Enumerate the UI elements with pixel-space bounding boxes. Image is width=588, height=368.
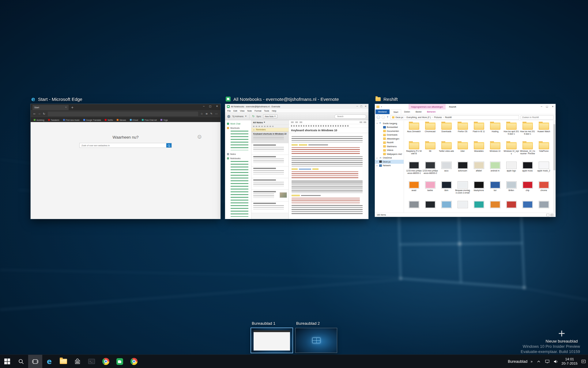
- taskbar-edge-button[interactable]: e: [42, 355, 56, 368]
- menu-item[interactable]: File: [227, 110, 231, 112]
- note-card-selected[interactable]: Keyboard shortcuts in Windows 10: [251, 132, 288, 143]
- file-item[interactable]: Flash in IE 11: [471, 122, 487, 141]
- tray-expand-chevron[interactable]: »: [530, 359, 533, 364]
- expand-arrow-icon[interactable]: ▸: [376, 161, 378, 163]
- note-card[interactable]: [251, 167, 288, 178]
- taskbar-chrome-2-button[interactable]: [127, 355, 141, 368]
- explorer-search-input[interactable]: [521, 115, 554, 120]
- menu-item[interactable]: Note: [247, 110, 252, 112]
- file-item[interactable]: Bespaar-montage-cover-2-email: [454, 181, 471, 200]
- desktop-1-thumbnail[interactable]: [251, 328, 292, 353]
- sidebar-section-notebooks[interactable]: Notebooks: [225, 156, 251, 160]
- tray-desktop-toolbar-label[interactable]: Bureaublad: [508, 359, 527, 364]
- file-item[interactable]: [406, 200, 422, 213]
- file-item[interactable]: YotaPhone: [536, 141, 552, 161]
- maximize-icon[interactable]: [546, 105, 548, 108]
- display-tray-icon[interactable]: [545, 357, 550, 366]
- file-item[interactable]: Windows 10: [487, 141, 503, 161]
- menu-item[interactable]: Format: [254, 110, 261, 112]
- file-item[interactable]: Windows_10_Consumer_Preview_screenshots: [519, 141, 536, 161]
- info-placeholder[interactable]: [364, 121, 366, 123]
- file-item[interactable]: 1215-mwc-philips-woox-bt6000-2: [422, 161, 438, 181]
- back-icon[interactable]: [33, 113, 36, 115]
- tag-placeholder[interactable]: [295, 121, 298, 123]
- hidden-icons-button[interactable]: [536, 357, 541, 366]
- file-item[interactable]: Twitter video-ads: [438, 141, 454, 161]
- nav-tree-item[interactable]: Downloads: [375, 133, 404, 137]
- note-content[interactable]: [289, 133, 368, 218]
- ribbon-tab[interactable]: Beeld: [413, 109, 424, 114]
- note-title[interactable]: Keyboard shortcuts in Windows 10: [289, 128, 368, 133]
- share-placeholder[interactable]: [360, 121, 362, 123]
- expand-arrow-icon[interactable]: ▾: [376, 122, 378, 124]
- search-button[interactable]: [166, 143, 172, 148]
- favorite-item[interactable]: Yoga: [160, 119, 168, 121]
- nav-tree-item[interactable]: Afbeeldingen: [375, 137, 404, 141]
- minimize-icon[interactable]: [541, 105, 542, 108]
- edge-tab-start[interactable]: Start: [32, 105, 69, 110]
- nav-tree-item[interactable]: Videos: [375, 148, 404, 152]
- taskbar-store-button[interactable]: [70, 355, 85, 368]
- scrollbar[interactable]: [553, 121, 556, 213]
- maximize-icon[interactable]: [209, 105, 212, 108]
- evernote-note-editor[interactable]: Keyboard shortcuts in Windows 10: [289, 120, 368, 219]
- search-button[interactable]: [14, 355, 28, 368]
- desktop-2-thumbnail[interactable]: [296, 328, 337, 353]
- start-button[interactable]: [0, 355, 14, 368]
- tab-close-icon[interactable]: [65, 106, 67, 109]
- evernote-search-input[interactable]: [334, 114, 366, 119]
- file-item[interactable]: Hosting: [487, 122, 503, 141]
- nav-tree-item[interactable]: Startmenu: [375, 144, 404, 148]
- breadcrumb-item[interactable]: Everything, and More (F:): [407, 116, 434, 118]
- nav-tree-item[interactable]: ▸ Deze pc: [375, 160, 404, 164]
- evernote-window-thumbnail[interactable]: All Notebooks - evernote@tijshofmans.nl …: [225, 104, 368, 219]
- file-item[interactable]: actioncam: [454, 161, 471, 181]
- close-icon[interactable]: [216, 105, 218, 108]
- sync-icon[interactable]: [252, 115, 255, 118]
- file-item[interactable]: S6: [422, 141, 438, 161]
- note-list-header[interactable]: All Notes: [251, 120, 288, 125]
- action-center-button[interactable]: [581, 357, 586, 366]
- favorite-item[interactable]: Flow Chat.net: [142, 119, 157, 121]
- file-item[interactable]: Brillen: [503, 181, 519, 200]
- file-item[interactable]: [438, 200, 454, 213]
- file-item[interactable]: accu: [438, 161, 454, 181]
- edge-window-thumbnail[interactable]: Start Autoblog: [31, 104, 221, 219]
- ribbon-tab[interactable]: Delen: [401, 109, 413, 114]
- nav-tree-item[interactable]: ▸ Netwerk: [375, 164, 404, 168]
- details-view-icon[interactable]: [546, 214, 549, 216]
- file-item[interactable]: [503, 200, 519, 213]
- taskbar-chrome-button[interactable]: [99, 355, 113, 368]
- favorite-item[interactable]: Netflix: [105, 119, 113, 121]
- file-item[interactable]: [422, 200, 438, 213]
- note-card[interactable]: [251, 201, 288, 213]
- file-item[interactable]: avast: [406, 181, 422, 200]
- file-item[interactable]: How tos april 2015 deel 1: [503, 122, 519, 141]
- forward-icon[interactable]: [38, 113, 41, 115]
- file-item[interactable]: [487, 200, 503, 213]
- web-note-icon[interactable]: [210, 113, 213, 115]
- taskbar-evernote-button[interactable]: [113, 355, 127, 368]
- volume-tray-icon[interactable]: [553, 357, 559, 366]
- file-item[interactable]: alfabet: [471, 161, 487, 181]
- favorite-item[interactable]: Google Translate: [83, 119, 101, 121]
- taskbar-console-button[interactable]: [85, 355, 99, 368]
- breadcrumb[interactable]: Deze pcEverything, and More (F:)Pictures…: [390, 115, 519, 120]
- menu-item[interactable]: Tools: [264, 110, 269, 112]
- nav-tree-item[interactable]: ▸ OneDrive: [375, 156, 404, 160]
- up-icon[interactable]: [386, 116, 389, 119]
- ribbon-tab[interactable]: Beheren: [424, 109, 438, 114]
- file-item[interactable]: Windows 10_reply: [503, 141, 519, 161]
- search-input[interactable]: [80, 143, 166, 148]
- notebook-selector-placeholder[interactable]: [291, 121, 294, 123]
- qat-dropdown-icon[interactable]: [381, 106, 382, 108]
- sidebar-section-shortcuts[interactable]: Shortcuts: [225, 126, 251, 130]
- favorite-item[interactable]: Autoblog: [34, 119, 44, 121]
- more-actions-icon[interactable]: [215, 113, 218, 115]
- breadcrumb-item[interactable]: Pictures: [434, 116, 445, 118]
- menu-item[interactable]: Edit: [233, 110, 237, 112]
- favorite-item[interactable]: Nieuws: [117, 119, 126, 121]
- file-item[interactable]: barbie: [422, 181, 438, 200]
- note-card[interactable]: [251, 178, 288, 190]
- file-item[interactable]: bbm: [438, 181, 454, 200]
